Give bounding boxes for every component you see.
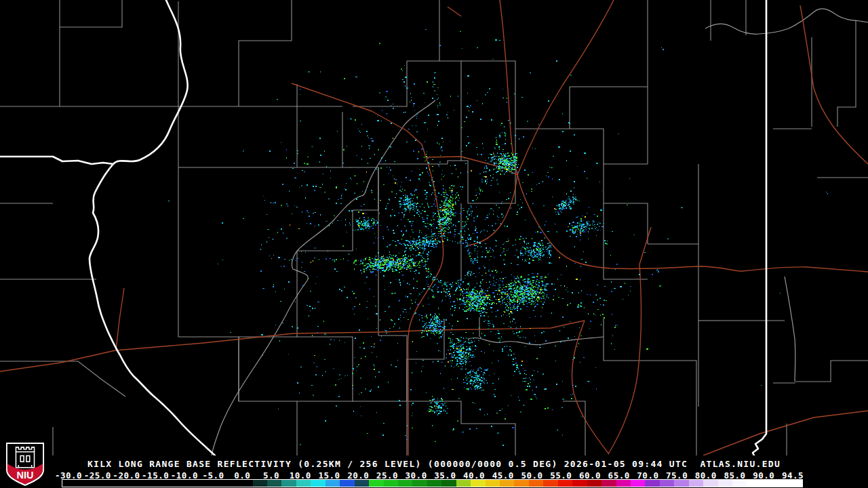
colorbar-segment [747, 480, 761, 487]
colorbar-segment [689, 480, 703, 487]
colorbar-segment [471, 480, 485, 487]
colorbar [62, 479, 803, 487]
logo-text: NIU [17, 470, 34, 481]
colorbar-segment [514, 480, 528, 487]
colorbar-segment [529, 480, 543, 487]
colorbar-segment [326, 480, 340, 487]
colorbar-segment [572, 480, 587, 487]
colorbar-segment [355, 480, 369, 487]
colorbar-segment [616, 480, 631, 487]
county-boundaries [0, 0, 868, 455]
colorbar-segment [456, 480, 471, 487]
colorbar-segment [601, 480, 616, 487]
colorbar-segment [732, 480, 747, 487]
colorbar-segment [340, 480, 354, 487]
colorbar-segment [718, 480, 732, 487]
state-borders [0, 0, 766, 455]
highway-lines [0, 0, 868, 455]
colorbar-segment [762, 480, 776, 487]
colorbar-segment [441, 480, 456, 487]
colorbar-segment [703, 480, 717, 487]
colorbar-segment [500, 480, 514, 487]
colorbar-segment [281, 480, 296, 487]
colorbar-segment [587, 480, 601, 487]
colorbar-segment [62, 480, 253, 487]
colorbar-scale-labels: -30.0-25.0-20.0-15.0-10.0-5.00.05.010.01… [0, 470, 868, 479]
colorbar-segment [369, 480, 383, 487]
colorbar-segment [253, 480, 267, 487]
colorbar-segment [296, 480, 311, 487]
colorbar-segment [674, 480, 688, 487]
radar-map[interactable] [0, 0, 868, 455]
colorbar-segment [660, 480, 674, 487]
colorbar-segment [427, 480, 441, 487]
radar-app-window: KILX LONG RANGE BASE REFLECTIVITY (0.25K… [0, 0, 868, 488]
colorbar-segment [631, 480, 645, 487]
colorbar-segment [645, 480, 659, 487]
product-title: KILX LONG RANGE BASE REFLECTIVITY (0.25K… [0, 459, 868, 469]
colorbar-segment [311, 480, 325, 487]
niu-logo[interactable]: NIU [5, 442, 45, 487]
colorbar-segment [543, 480, 557, 487]
colorbar-segment [267, 480, 281, 487]
colorbar-segment [398, 480, 412, 487]
colorbar-segment [384, 480, 398, 487]
colorbar-segment [412, 480, 427, 487]
colorbar-segment [486, 480, 500, 487]
radar-echoes [142, 29, 828, 446]
colorbar-segment [558, 480, 572, 487]
colorbar-segment [776, 480, 802, 487]
